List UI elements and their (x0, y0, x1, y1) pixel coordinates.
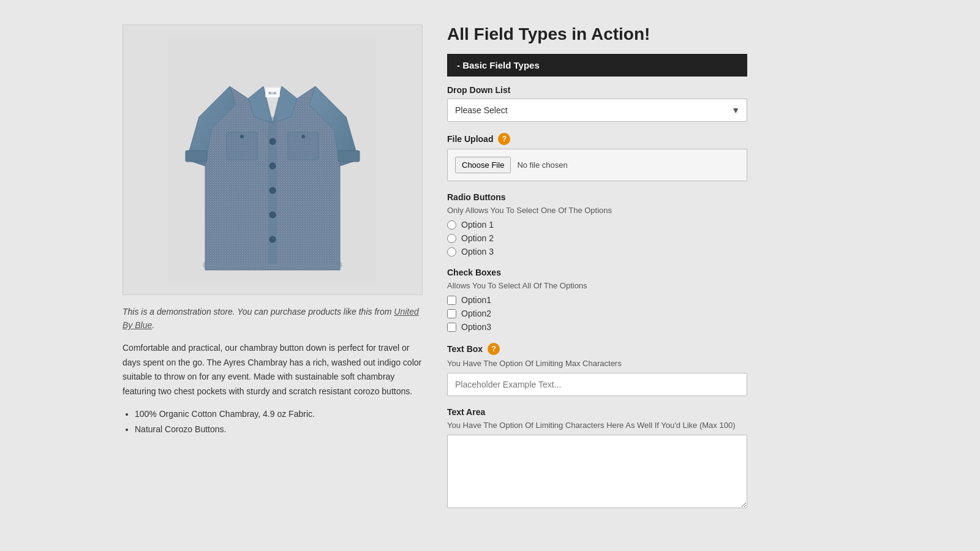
radio-option-3: Option 3 (447, 247, 747, 257)
checkbox-label-3: Option3 (461, 322, 491, 332)
checkbox-option-3: Option3 (447, 322, 747, 332)
file-upload-help-icon[interactable]: ? (498, 133, 510, 145)
radio-label-1: Option 1 (461, 220, 494, 230)
radio-input-3[interactable] (447, 247, 456, 257)
page-title: All Field Types in Action! (447, 24, 747, 44)
demo-store-text: This is a demonstration store. You can p… (123, 305, 423, 332)
radio-input-2[interactable] (447, 234, 456, 243)
radio-input-1[interactable] (447, 220, 456, 230)
radio-option-1: Option 1 (447, 220, 747, 230)
radio-buttons-label: Radio Buttons (447, 192, 747, 202)
section-header: - Basic Field Types (447, 54, 747, 77)
svg-point-7 (270, 187, 276, 193)
product-description: Comfortable and practical, our chambray … (123, 341, 423, 399)
svg-point-8 (270, 212, 276, 218)
list-item: Natural Corozo Buttons. (135, 422, 423, 437)
product-image-wrapper: BLUE (123, 24, 423, 295)
dropdown-select[interactable]: Please Select Option 1 Option 2 Option 3 (447, 99, 747, 122)
left-panel: BLUE This is a demonstration store. You … (123, 24, 423, 522)
textbox-help-icon[interactable]: ? (488, 343, 500, 355)
text-area[interactable] (447, 435, 747, 508)
file-upload-field-group: File Upload ? Choose File No file chosen (447, 133, 747, 181)
checkbox-description: Allows You To Select All Of The Options (447, 281, 747, 290)
textarea-label: Text Area (447, 407, 747, 417)
radio-option-2: Option 2 (447, 233, 747, 243)
checkbox-label-1: Option1 (461, 295, 491, 305)
svg-rect-16 (186, 151, 207, 162)
dropdown-field-group: Drop Down List Please Select Option 1 Op… (447, 85, 747, 122)
checkbox-input-3[interactable] (447, 323, 456, 332)
file-upload-label: File Upload ? (447, 133, 747, 145)
svg-point-13 (301, 135, 305, 138)
textbox-description: You Have The Option Of Limiting Max Char… (447, 359, 747, 368)
checkbox-option-1: Option1 (447, 295, 747, 305)
radio-label-3: Option 3 (461, 247, 494, 257)
textbox-field-group: Text Box ? You Have The Option Of Limiti… (447, 343, 747, 396)
svg-point-12 (240, 135, 244, 138)
svg-point-6 (270, 163, 276, 169)
file-chosen-text: No file chosen (517, 160, 567, 170)
checkbox-label-2: Option2 (461, 309, 491, 318)
list-item: 100% Organic Cotton Chambray, 4.9 oz Fab… (135, 407, 423, 422)
dropdown-label: Drop Down List (447, 85, 747, 95)
text-input[interactable] (447, 373, 747, 396)
radio-description: Only Allows You To Select One Of The Opt… (447, 206, 747, 215)
file-upload-box: Choose File No file chosen (447, 149, 747, 181)
svg-text:BLUE: BLUE (268, 91, 277, 95)
svg-point-5 (270, 138, 276, 144)
svg-rect-17 (338, 151, 360, 162)
svg-point-9 (270, 236, 276, 242)
textarea-description: You Have The Option Of Limiting Characte… (447, 421, 747, 430)
dropdown-wrapper: Please Select Option 1 Option 2 Option 3… (447, 99, 747, 122)
checkbox-input-2[interactable] (447, 309, 456, 318)
checkboxes-label: Check Boxes (447, 268, 747, 277)
choose-file-button[interactable]: Choose File (455, 157, 511, 173)
textarea-field-group: Text Area You Have The Option Of Limitin… (447, 407, 747, 511)
textbox-label: Text Box ? (447, 343, 747, 355)
product-features-list: 100% Organic Cotton Chambray, 4.9 oz Fab… (123, 407, 423, 437)
checkbox-input-1[interactable] (447, 296, 456, 305)
radio-label-2: Option 2 (461, 233, 494, 243)
radio-buttons-field-group: Radio Buttons Only Allows You To Select … (447, 192, 747, 257)
checkbox-option-2: Option2 (447, 309, 747, 318)
right-panel: All Field Types in Action! - Basic Field… (447, 24, 747, 522)
checkboxes-field-group: Check Boxes Allows You To Select All Of … (447, 268, 747, 332)
product-image: BLUE (168, 37, 377, 282)
